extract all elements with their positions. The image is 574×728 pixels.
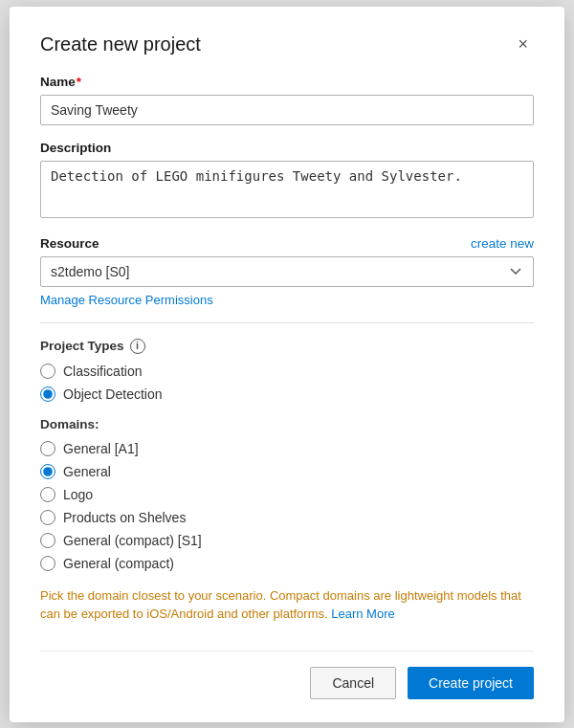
domains-radio-group: General [A1] General Logo Products on Sh… — [40, 441, 534, 571]
domain-general-label: General — [63, 464, 111, 479]
radio-object-detection[interactable]: Object Detection — [40, 386, 534, 402]
domains-section: Domains: General [A1] General Logo Produ… — [40, 417, 534, 571]
required-indicator: * — [77, 75, 81, 89]
project-types-radio-group: Classification Object Detection — [40, 364, 534, 402]
domain-general-compact[interactable]: General (compact) — [40, 556, 534, 571]
domain-logo[interactable]: Logo — [40, 487, 534, 502]
domains-label: Domains: — [40, 417, 534, 431]
divider-1 — [40, 322, 534, 323]
cancel-button[interactable]: Cancel — [310, 667, 396, 699]
resource-field-group: Resource create new s2tdemo [S0] Manage … — [40, 236, 534, 307]
close-button[interactable]: × — [512, 33, 534, 55]
radio-object-detection-input[interactable] — [40, 386, 55, 402]
project-types-group: Project Types i Classification Object De… — [40, 339, 534, 402]
domain-products-shelves-label: Products on Shelves — [63, 510, 186, 525]
create-project-modal: Create new project × Name* Description D… — [10, 7, 564, 722]
domain-general-a1-label: General [A1] — [63, 441, 139, 456]
domain-general[interactable]: General — [40, 464, 534, 479]
domain-general-a1-input[interactable] — [40, 441, 55, 456]
domain-general-input[interactable] — [40, 464, 55, 479]
domain-logo-label: Logo — [63, 487, 93, 502]
description-field-group: Description Detection of LEGO minifigure… — [40, 141, 534, 221]
name-label: Name* — [40, 75, 534, 89]
radio-classification-input[interactable] — [40, 364, 55, 379]
project-types-info-icon: i — [130, 339, 145, 354]
domain-general-compact-s1-label: General (compact) [S1] — [63, 533, 202, 548]
domain-general-a1[interactable]: General [A1] — [40, 441, 534, 456]
radio-classification[interactable]: Classification — [40, 364, 534, 379]
domain-general-compact-s1-input[interactable] — [40, 533, 55, 548]
modal-title: Create new project — [40, 33, 201, 55]
name-input[interactable] — [40, 95, 534, 125]
domain-logo-input[interactable] — [40, 487, 55, 502]
domain-general-compact-label: General (compact) — [63, 556, 174, 571]
domain-general-compact-s1[interactable]: General (compact) [S1] — [40, 533, 534, 548]
domain-products-shelves[interactable]: Products on Shelves — [40, 510, 534, 525]
description-input[interactable]: Detection of LEGO minifigures Tweety and… — [40, 161, 534, 218]
domain-products-shelves-input[interactable] — [40, 510, 55, 525]
resource-header: Resource create new — [40, 236, 534, 251]
manage-permissions-link[interactable]: Manage Resource Permissions — [40, 293, 213, 307]
modal-footer: Cancel Create project — [40, 651, 534, 699]
project-types-title: Project Types i — [40, 339, 534, 354]
radio-object-detection-label: Object Detection — [63, 386, 163, 402]
radio-classification-label: Classification — [63, 364, 142, 379]
domain-general-compact-input[interactable] — [40, 556, 55, 571]
resource-select[interactable]: s2tdemo [S0] — [40, 256, 534, 287]
create-project-button[interactable]: Create project — [408, 667, 534, 699]
name-field-group: Name* — [40, 75, 534, 125]
description-label: Description — [40, 141, 534, 155]
create-new-link[interactable]: create new — [471, 236, 534, 251]
hint-text: Pick the domain closest to your scenario… — [40, 586, 534, 624]
modal-header: Create new project × — [40, 33, 534, 55]
resource-label: Resource — [40, 236, 99, 251]
learn-more-link[interactable]: Learn More — [331, 607, 394, 621]
